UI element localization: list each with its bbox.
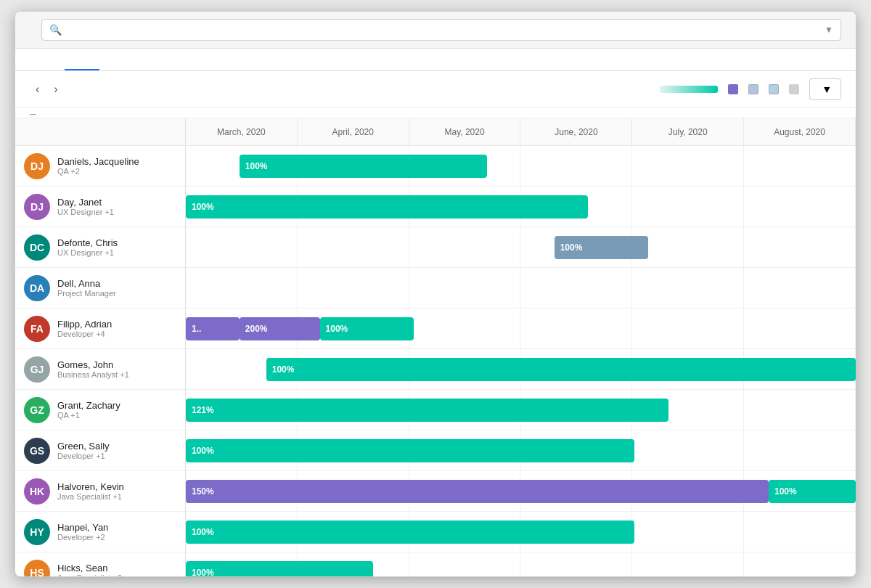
resource-row[interactable]: DJ Daniels, Jacqueline QA +2 bbox=[15, 146, 185, 187]
dash-separator: – bbox=[15, 108, 856, 118]
resource-info: Filipp, Adrian Developer +4 bbox=[57, 319, 112, 338]
resource-row[interactable]: DA Dell, Anna Project Manager bbox=[15, 268, 185, 309]
gantt-bar[interactable]: 100% bbox=[186, 195, 588, 219]
month-header-cell: June, 2020 bbox=[520, 118, 632, 145]
gantt-cell bbox=[520, 268, 632, 308]
gantt-cell bbox=[744, 187, 856, 226]
resource-info: Daniels, Jacqueline QA +2 bbox=[57, 156, 139, 176]
avatar: DJ bbox=[24, 194, 50, 220]
month-header-cell: March, 2020 bbox=[186, 118, 298, 145]
gantt-bar[interactable]: 100% bbox=[266, 358, 856, 381]
resource-name: Halvoren, Kevin bbox=[57, 481, 124, 492]
avatar: FA bbox=[24, 316, 50, 342]
resource-info: Hanpei, Yan Developer +2 bbox=[57, 522, 108, 542]
resource-role: Project Manager bbox=[57, 289, 116, 298]
resource-role: Java Specialist +2 bbox=[57, 573, 122, 576]
tab-timeline[interactable] bbox=[65, 49, 99, 70]
gantt-cell bbox=[632, 187, 744, 226]
resource-name: Hanpei, Yan bbox=[57, 522, 108, 533]
gantt-cell bbox=[632, 552, 744, 576]
resource-info: Hicks, Sean Java Specialist +2 bbox=[57, 563, 122, 576]
gantt-cell bbox=[744, 146, 856, 186]
legend-over-allocated bbox=[728, 84, 741, 94]
avatar: HK bbox=[24, 478, 50, 505]
resource-info: Halvoren, Kevin Java Specialist +1 bbox=[57, 481, 124, 501]
gantt-cell bbox=[409, 552, 521, 576]
resource-row[interactable]: DC Defonte, Chris UX Designer +1 bbox=[15, 227, 185, 268]
resource-row[interactable]: FA Filipp, Adrian Developer +4 bbox=[15, 309, 185, 349]
allocation-bar bbox=[657, 86, 721, 93]
gantt-cell bbox=[632, 512, 744, 552]
month-header-cell: August, 2020 bbox=[744, 118, 856, 145]
resource-role: Developer +4 bbox=[57, 330, 112, 338]
toolbar: ‹ › bbox=[15, 71, 856, 108]
resource-info: Defonte, Chris UX Designer +1 bbox=[57, 237, 118, 257]
tab-list[interactable] bbox=[99, 49, 134, 70]
app-window: 🔍 ▼ ‹ › bbox=[15, 11, 856, 577]
gantt-cell bbox=[409, 309, 521, 348]
prev-button[interactable]: ‹ bbox=[30, 80, 45, 99]
resource-role: Developer +1 bbox=[57, 452, 110, 460]
gantt-bar[interactable]: 121% bbox=[186, 399, 668, 422]
resource-row[interactable]: GZ Grant, Zachary QA +1 bbox=[15, 390, 185, 430]
resource-role: QA +2 bbox=[57, 167, 139, 176]
date-nav: ‹ › bbox=[30, 80, 64, 99]
resource-row[interactable]: GJ Gomes, John Business Analyst +1 bbox=[15, 349, 185, 390]
resource-row[interactable]: HY Hanpei, Yan Developer +2 bbox=[15, 512, 185, 552]
month-headers: March, 2020April, 2020May, 2020June, 202… bbox=[186, 118, 856, 146]
resource-row[interactable]: HK Halvoren, Kevin Java Specialist +1 bbox=[15, 471, 185, 512]
resource-row[interactable]: GS Green, Sally Developer +1 bbox=[15, 430, 185, 471]
gantt-cell bbox=[520, 552, 632, 576]
resource-name: Daniels, Jacqueline bbox=[57, 156, 139, 167]
resource-name: Green, Sally bbox=[57, 441, 110, 452]
month-selector[interactable]: ▼ bbox=[809, 78, 841, 100]
gantt-bar[interactable]: 100% bbox=[186, 439, 634, 462]
resource-name: Gomes, John bbox=[57, 359, 129, 370]
resource-name: Dell, Anna bbox=[57, 278, 116, 289]
gantt-cell bbox=[632, 268, 744, 308]
gantt-bar[interactable]: 200% bbox=[240, 317, 320, 340]
resource-row[interactable]: HS Hicks, Sean Java Specialist +2 bbox=[15, 552, 185, 576]
avatar: HY bbox=[24, 519, 50, 545]
gantt-bar[interactable]: 100% bbox=[320, 317, 414, 340]
gantt-bar[interactable]: 150% bbox=[186, 480, 769, 503]
search-bar[interactable]: 🔍 ▼ bbox=[41, 19, 841, 41]
main-content: DJ Daniels, Jacqueline QA +2 DJ Day, Jan… bbox=[15, 118, 856, 576]
legend-notworking bbox=[789, 84, 802, 94]
resource-name: Day, Janet bbox=[57, 197, 114, 208]
next-button[interactable]: › bbox=[48, 80, 63, 99]
resource-info: Dell, Anna Project Manager bbox=[57, 278, 116, 298]
app-header: 🔍 ▼ bbox=[15, 12, 856, 49]
avatar: GS bbox=[24, 438, 50, 464]
gantt-bar[interactable]: 100% bbox=[555, 236, 648, 259]
gantt-cell bbox=[744, 552, 856, 576]
tab-overview[interactable] bbox=[30, 49, 65, 70]
gantt-bar[interactable]: 100% bbox=[240, 155, 488, 178]
resource-row[interactable]: DJ Day, Janet UX Designer +1 bbox=[15, 187, 185, 227]
resource-name: Grant, Zachary bbox=[57, 400, 120, 411]
avatar: DJ bbox=[24, 153, 50, 179]
gantt-cell bbox=[632, 146, 744, 186]
gantt-row bbox=[186, 227, 856, 268]
tabs-bar bbox=[15, 49, 856, 71]
gantt-bar[interactable]: 100% bbox=[186, 561, 373, 576]
month-header-cell: May, 2020 bbox=[409, 118, 521, 145]
legend-holidays-icon bbox=[769, 84, 779, 94]
gantt-cell bbox=[298, 268, 409, 308]
avatar: GZ bbox=[24, 397, 50, 423]
gantt-bar[interactable]: 1.. bbox=[186, 317, 240, 340]
legend-holidays bbox=[769, 84, 782, 94]
resource-role: Developer +2 bbox=[57, 533, 108, 542]
search-input[interactable] bbox=[68, 24, 819, 36]
gantt-bar[interactable]: 100% bbox=[186, 520, 634, 544]
resource-role: UX Designer +1 bbox=[57, 208, 114, 216]
timeline-panel: March, 2020April, 2020May, 2020June, 202… bbox=[186, 118, 856, 576]
search-dropdown-icon[interactable]: ▼ bbox=[825, 25, 833, 35]
gantt-row bbox=[186, 268, 856, 309]
resource-role: UX Designer +1 bbox=[57, 248, 118, 257]
gantt-bar[interactable]: 100% bbox=[769, 480, 856, 503]
month-header-cell: April, 2020 bbox=[298, 118, 409, 145]
resource-name: Defonte, Chris bbox=[57, 237, 118, 248]
gantt-cell bbox=[632, 309, 744, 348]
gantt-cell bbox=[409, 227, 521, 267]
